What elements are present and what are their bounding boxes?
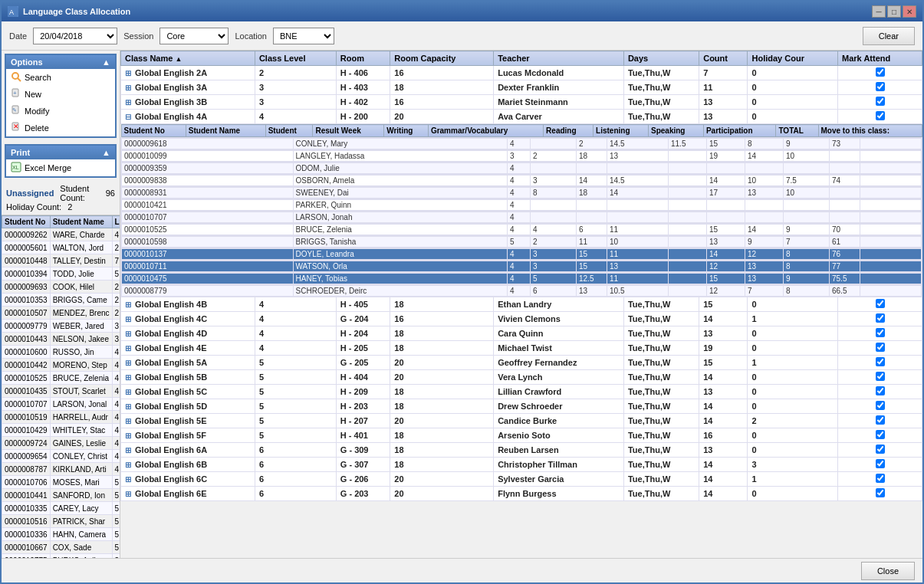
mark-attend-cell[interactable] [838,399,922,414]
expand-icon[interactable]: ⊞ [125,344,131,353]
expand-icon[interactable]: ⊞ [125,461,131,469]
expand-icon[interactable]: ⊞ [125,98,131,107]
list-item[interactable]: 0000009618 CONLEY, Mary 4 2 14.5 11.5 15… [121,138,922,150]
list-item[interactable]: 0000010435 STOUT, Scarlet 4 [2,385,120,398]
list-item[interactable]: 0000010448 TALLEY, Destin 7 [2,254,120,267]
close-button[interactable]: Close [861,562,915,580]
table-row[interactable]: ⊞ Global English 5E 5 H - 207 20 Candice… [121,414,922,428]
table-row[interactable]: ⊞ Global English 6B 6 G - 307 18 Christo… [121,458,922,472]
list-item[interactable]: 0000010706 MOSES, Mari 5 [2,476,120,489]
list-item[interactable]: 0000010429 WHITLEY, Stac 4 [2,424,120,437]
list-item[interactable]: 0000009359 ODOM, Julie 4 [121,162,922,175]
mark-attend-checkbox[interactable] [876,67,885,77]
col-teacher[interactable]: Teacher [494,51,624,66]
list-item[interactable]: 0000010516 PATRICK, Shar 5 [2,515,120,528]
table-row[interactable]: ⊞ Global English 3A 3 H - 403 18 Dexter … [121,80,922,95]
move-cell[interactable] [860,163,922,174]
move-cell[interactable] [860,151,922,162]
expand-icon[interactable]: ⊞ [125,490,131,498]
mark-attend-cell[interactable] [838,370,922,385]
table-row[interactable]: ⊞ Global English 4B 4 H - 405 18 Ethan L… [121,297,922,312]
table-row[interactable]: ⊞ Global English 2A 2 H - 406 16 Lucas M… [121,66,922,80]
mark-attend-checkbox[interactable] [876,82,885,91]
list-item[interactable]: 0000010600 RUSSO, Jin 4 [2,346,120,359]
mark-attend-checkbox[interactable] [876,299,885,308]
list-item[interactable]: 0000010507 MENDEZ, Brenc 2 [2,307,120,320]
mark-attend-cell[interactable] [838,472,922,487]
list-item[interactable]: 0000005601 WALTON, Jord 2 [2,241,120,254]
mark-attend-cell[interactable] [838,428,922,443]
list-item[interactable]: 0000010707 LARSON, Jonah 4 [121,212,922,224]
move-cell[interactable] [860,139,922,149]
mark-attend-checkbox[interactable] [876,357,885,366]
mark-attend-cell[interactable] [838,80,922,95]
table-row[interactable]: ⊞ Global English 6E 6 G - 203 20 Flynn B… [121,487,922,501]
expand-icon[interactable]: ⊞ [125,300,131,309]
move-cell[interactable] [860,200,922,211]
expand-icon[interactable]: ⊞ [125,373,131,382]
mark-attend-checkbox[interactable] [876,386,885,395]
list-item[interactable]: 0000010598 BRIGGS, Tanisha 5 2 11 10 13 … [121,236,922,248]
table-row[interactable]: ⊞ Global English 4E 4 H - 205 18 Michael… [121,341,922,356]
table-row[interactable]: ⊟ Global English 4A 4 H - 200 20 Ava Car… [121,110,922,124]
maximize-button[interactable]: □ [887,5,901,18]
mark-attend-checkbox[interactable] [876,415,885,425]
expand-icon[interactable]: ⊞ [125,84,131,92]
mark-attend-cell[interactable] [838,458,922,472]
col-class-name[interactable]: Class Name ▲ [121,51,255,66]
list-item[interactable]: 0000009724 GAINES, Leslie 4 [2,437,120,450]
list-item[interactable]: 0000008779 SCHROEDER, Deirc 4 6 13 10.5 … [121,285,922,297]
mark-attend-cell[interactable] [838,66,922,80]
list-item[interactable]: 0000010394 TODD, Jolie 5 [2,267,120,281]
col-days[interactable]: Days [623,51,699,66]
date-select[interactable]: 20/04/2018 [33,28,117,44]
mark-attend-checkbox[interactable] [876,488,885,497]
list-item[interactable]: 0000010707 LARSON, Jonal 4 [2,398,120,411]
sidebar-item-search[interactable]: Search [6,69,115,86]
mark-attend-checkbox[interactable] [876,459,885,468]
col-count[interactable]: Count [699,51,748,66]
col-room[interactable]: Room [336,51,390,66]
move-cell[interactable] [860,176,922,186]
expand-icon[interactable]: ⊞ [125,315,131,323]
list-item[interactable]: 0000010441 SANFORD, Ion 5 [2,489,120,502]
col-mark-attend[interactable]: Mark Attend [838,51,922,66]
expand-icon[interactable]: ⊞ [125,402,131,411]
move-cell[interactable] [860,286,922,297]
list-item[interactable]: 0000010335 CAREY, Lacy 5 [2,502,120,515]
move-cell[interactable] [860,212,922,223]
mark-attend-cell[interactable] [838,341,922,356]
mark-attend-checkbox[interactable] [876,445,885,454]
col-room-capacity[interactable]: Room Capacity [390,51,494,66]
list-item[interactable]: 0000009779 WEBER, Jared 3 [2,320,120,333]
sidebar-item-modify[interactable]: ✎ Modify [6,103,115,120]
expand-icon[interactable]: ⊞ [125,475,131,484]
expand-icon[interactable]: ⊞ [125,446,131,454]
list-item[interactable]: 0000008787 KIRKLAND, Arti 4 [2,463,120,476]
table-row[interactable]: ⊞ Global English 5A 5 G - 205 20 Geoffre… [121,356,922,370]
print-collapse-icon[interactable]: ▲ [102,148,110,157]
clear-button[interactable]: Clear [863,27,915,45]
list-item[interactable]: 0000010443 NELSON, Jakee 3 [2,333,120,346]
collapse-icon[interactable]: ⊟ [125,113,131,121]
list-item[interactable]: 0000010099 LANGLEY, Hadassa 3 2 18 13 19… [121,150,922,162]
col-class-level[interactable]: Class Level [255,51,336,66]
mark-attend-checkbox[interactable] [876,372,885,381]
list-item[interactable]: 0000010442 MORENO, Step 4 [2,359,120,372]
mark-attend-checkbox[interactable] [876,343,885,352]
expand-icon[interactable]: ⊞ [125,388,131,396]
table-row[interactable]: ⊞ Global English 4D 4 H - 204 18 Cara Qu… [121,326,922,341]
move-cell[interactable] [860,237,922,248]
close-window-button[interactable]: ✕ [903,5,916,18]
mark-attend-checkbox[interactable] [876,430,885,439]
expand-icon[interactable]: ⊞ [125,417,131,425]
mark-attend-checkbox[interactable] [876,313,885,323]
move-cell[interactable] [860,261,922,272]
session-select[interactable]: Core [159,28,229,44]
sidebar-item-excel-merge[interactable]: XL Excel Merge [6,159,115,176]
list-item[interactable]: 0000008931 SWEENEY, Dai 4 8 18 14 17 13 … [121,187,922,199]
table-row[interactable]: ⊞ Global English 6C 6 G - 206 20 Sylvest… [121,472,922,487]
list-item[interactable]: 0000009262 WARE, Charde 4 [2,228,120,241]
mark-attend-cell[interactable] [838,385,922,399]
list-item[interactable]: 0000009693 COOK, Hilel 2 [2,281,120,294]
